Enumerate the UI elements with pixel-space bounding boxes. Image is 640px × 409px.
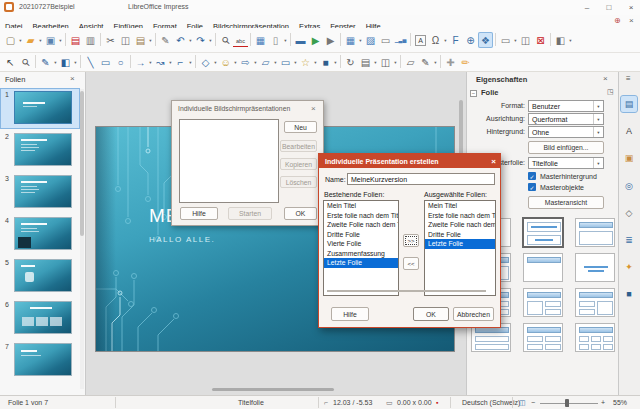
callout-shapes-icon[interactable]: ▭▾ (278, 54, 298, 70)
new-document-icon[interactable]: ▢▾ (3, 32, 23, 48)
rectangle-icon[interactable]: ▭ (98, 54, 113, 70)
3d-objects-dropdown[interactable]: ▾ (333, 54, 338, 70)
start-from-first-slide-icon[interactable]: ▶ (308, 32, 323, 48)
open-icon[interactable]: ▰▾ (23, 32, 43, 48)
kopieren-button[interactable]: Kopieren (280, 158, 317, 170)
hyperlink-icon[interactable]: ⊕ (463, 32, 478, 48)
ellipse-icon[interactable]: ○ (113, 54, 128, 70)
delete-slide-icon[interactable]: ⊠ (533, 32, 548, 48)
selected-slides-list[interactable]: Mein TitelErste folie nach dem TitelZwei… (424, 200, 496, 296)
chevron-down-icon[interactable]: ▾ (593, 101, 603, 111)
layout-centered-text[interactable] (575, 253, 615, 282)
tab-master-slides[interactable]: ■ (621, 286, 637, 302)
format-dropdown[interactable]: Benutzer ▾ (528, 100, 604, 112)
close-button[interactable]: × (622, 1, 640, 14)
scrollbar-thumb[interactable] (80, 91, 84, 236)
fill-color-dropdown[interactable]: ▾ (73, 54, 78, 70)
lines-and-arrows-icon[interactable]: →▾ (133, 54, 153, 70)
rotate-icon[interactable]: ↻ (343, 54, 358, 70)
start-from-current-slide-icon[interactable]: ▶ (323, 32, 338, 48)
layout-four-content[interactable] (523, 323, 563, 352)
tab-shapes[interactable]: ◇ (621, 205, 637, 221)
curves-and-polygons-icon[interactable]: ↝▾ (153, 54, 173, 70)
slide-1-thumbnail[interactable] (14, 91, 72, 124)
connectors-dropdown[interactable]: ▾ (188, 54, 193, 70)
slide-properties-icon[interactable]: ◧▾ (553, 32, 573, 48)
duplicate-slide-icon[interactable]: ◫ (518, 32, 533, 48)
layout-content-over-two-content[interactable] (575, 288, 615, 317)
slide-thumbnail-row[interactable]: 2 (1, 131, 79, 170)
starten-button[interactable]: Starten (228, 207, 272, 220)
custom-shows-list[interactable] (179, 119, 279, 203)
symbol-shapes-icon[interactable]: ☺▾ (218, 54, 238, 70)
close-icon[interactable]: × (491, 154, 496, 168)
selected-slide-item[interactable]: Zweite Folie nach dem Titel (425, 220, 495, 230)
selected-slide-item[interactable]: Letzte Folie (425, 239, 495, 249)
show-draw-functions-icon[interactable]: ❖ (478, 32, 493, 48)
fit-slide-icon[interactable]: ◫ (519, 399, 526, 407)
close-document-icon[interactable]: × (629, 16, 634, 25)
3d-objects-icon[interactable]: ■▾ (318, 54, 338, 70)
chevron-down-icon[interactable]: ▾ (593, 127, 603, 137)
slide-5-thumbnail[interactable] (14, 259, 72, 292)
layout-title-content[interactable] (575, 218, 615, 247)
dialog-launcher-icon[interactable]: ◳ (607, 88, 614, 96)
existing-slide-item[interactable]: Erste folie nach dem Titel (324, 211, 398, 221)
slide-thumbnail-row[interactable]: 6 (1, 299, 79, 338)
close-icon[interactable]: × (603, 74, 608, 83)
zoom-slider-thumb[interactable] (565, 399, 569, 407)
copy-icon[interactable]: ◫ (118, 32, 133, 48)
insert-line-icon[interactable]: ╲ (83, 54, 98, 70)
slide-subtitle-text[interactable]: HALLO ALLE. (149, 235, 215, 244)
highlight-pen-icon[interactable]: ✏ (458, 54, 473, 70)
master-objects-checkbox[interactable]: ✓ (528, 183, 536, 191)
slide-thumbnail-row[interactable]: 4 (1, 215, 79, 254)
horizontal-scrollbar[interactable] (88, 388, 460, 392)
orientation-dropdown[interactable]: Querformat ▾ (528, 113, 604, 125)
move-right-button[interactable]: >> (403, 234, 419, 247)
special-character-icon[interactable]: Ω▾ (428, 32, 448, 48)
selected-slide-item[interactable]: Mein Titel (425, 201, 495, 211)
loeschen-button[interactable]: Löschen (280, 176, 317, 188)
slide-7-thumbnail[interactable] (14, 343, 72, 376)
document-modified-icon[interactable]: ▪ (436, 399, 438, 406)
flowchart-shapes-icon[interactable]: ▱▾ (258, 54, 278, 70)
master-view-button[interactable]: Masteransicht (528, 196, 604, 209)
zoom-level[interactable]: 55% (613, 399, 627, 406)
layout-title-slide[interactable] (523, 218, 563, 247)
existing-slide-item[interactable]: Mein Titel (324, 201, 398, 211)
slide-panel-scrollbar[interactable] (80, 89, 84, 389)
background-dropdown[interactable]: Ohne ▾ (528, 126, 604, 138)
cut-icon[interactable]: ✂ (103, 32, 118, 48)
insert-text-box-icon[interactable]: A (413, 32, 428, 48)
edit-points-icon[interactable]: ✎▾ (418, 54, 438, 70)
slide-thumbnail-row[interactable]: 1 (1, 89, 79, 128)
slide-thumbnail-row[interactable]: 7 (1, 341, 79, 380)
shadow-icon[interactable]: ▱ (403, 54, 418, 70)
tab-styles[interactable]: A (621, 123, 637, 139)
chevron-down-icon[interactable]: ▾ (593, 114, 603, 124)
slide-4-thumbnail[interactable] (14, 217, 72, 250)
find-and-replace-icon[interactable]: ⚲ (218, 32, 233, 48)
list-horizontal-scrollbar[interactable] (327, 290, 439, 292)
arrange-icon[interactable]: ◫▾ (378, 54, 398, 70)
tab-properties[interactable]: ▤ (621, 96, 637, 112)
zoom-in-button[interactable]: + (601, 399, 605, 406)
insert-chart-icon[interactable]: ▁▃▅ (393, 32, 408, 48)
selected-slide-item[interactable]: Dritte Folie (425, 230, 495, 240)
slide-thumbnail-row[interactable]: 5 (1, 257, 79, 296)
clone-formatting-icon[interactable]: ✎ (158, 32, 173, 48)
sidebar-menu-icon[interactable]: ≡ (626, 74, 631, 83)
existing-slide-item[interactable]: Zusammenfassung (324, 249, 398, 259)
slide-properties-dropdown[interactable]: ▾ (568, 32, 573, 48)
existing-slide-item[interactable]: Dritte Folie (324, 230, 398, 240)
block-arrows-icon[interactable]: ⇨▾ (238, 54, 258, 70)
abbrechen-button[interactable]: Abbrechen (453, 307, 494, 321)
zoom-icon[interactable]: ⚲ (18, 54, 33, 70)
existing-slide-item[interactable]: Letzte Folie (324, 258, 398, 268)
zoom-out-button[interactable]: − (531, 399, 535, 406)
line-color-icon[interactable]: ✎▾ (38, 54, 58, 70)
align-objects-icon[interactable]: ▤▾ (358, 54, 378, 70)
neu-button[interactable]: Neu (284, 121, 317, 133)
ok-button[interactable]: OK (284, 207, 317, 220)
